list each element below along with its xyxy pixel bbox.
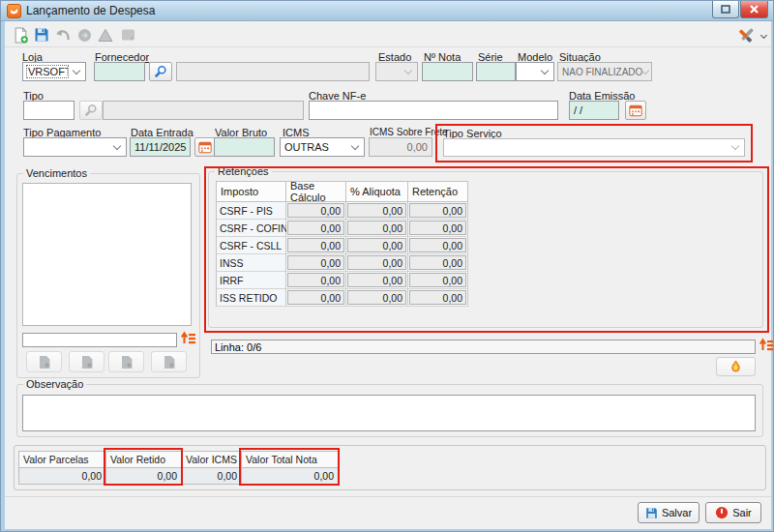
retencao-cell[interactable]: 0,00	[409, 273, 466, 287]
loja-select[interactable]: VRSOFTW...	[22, 62, 86, 81]
valor-parcelas-value: 0,00	[19, 468, 106, 485]
footer-separator	[5, 496, 771, 497]
icms-select[interactable]: OUTRAS	[280, 137, 365, 157]
estado-select[interactable]	[375, 62, 418, 81]
column-header[interactable]: Retenção	[408, 182, 468, 202]
icms-sobre-frete-label: ICMS Sobre Frete	[370, 127, 448, 137]
observacao-textarea[interactable]	[22, 395, 756, 431]
tipo-search-button[interactable]	[79, 101, 103, 120]
app-icon	[7, 4, 21, 18]
notes-icon-button[interactable]	[118, 25, 137, 44]
icms-sobre-frete-display: 0,00	[369, 137, 432, 157]
table-row-label[interactable]: ISS RETIDO	[217, 289, 286, 307]
retencao-cell[interactable]: 0,00	[409, 290, 466, 305]
situacao-select[interactable]: NAO FINALIZADO	[557, 62, 652, 81]
data-emissao-calendar-button[interactable]	[625, 101, 646, 120]
fornecedor-name-display	[176, 62, 370, 81]
expense-entry-window: Lançamento de Despesa	[0, 0, 774, 532]
column-header[interactable]: Base Cálculo	[286, 182, 346, 202]
aliquota-cell[interactable]: 0,00	[347, 221, 406, 235]
client-area: Loja VRSOFTW... Fornecedor Estado Nº Not…	[5, 21, 771, 529]
document-icon	[38, 355, 51, 369]
document-icon	[80, 355, 94, 369]
titlebar: Lançamento de Despesa	[1, 1, 773, 21]
valor-bruto-input[interactable]	[214, 137, 275, 157]
document-icon	[163, 355, 176, 369]
vencimento-action-button-1[interactable]	[26, 351, 62, 372]
vencimento-action-button-3[interactable]	[108, 351, 144, 372]
table-row-label[interactable]: INSS	[217, 254, 286, 272]
tools-button[interactable]	[732, 25, 758, 44]
toolbar	[5, 21, 771, 47]
tipo-code-input[interactable]	[23, 101, 74, 120]
data-entrada-calendar-button[interactable]	[194, 137, 216, 157]
calendar-icon	[198, 141, 212, 154]
vencimento-action-button-2[interactable]	[69, 351, 104, 372]
vencimentos-list[interactable]	[22, 183, 192, 326]
warning-icon-button[interactable]	[96, 25, 115, 44]
fornecedor-search-button[interactable]	[149, 62, 172, 81]
sair-button[interactable]: Sair	[705, 502, 761, 523]
restore-button[interactable]	[712, 1, 739, 18]
tipo-pagamento-select[interactable]	[23, 137, 127, 157]
save-toolbar-button[interactable]	[32, 25, 51, 44]
chave-nfe-input[interactable]	[309, 101, 558, 120]
base-calculo-cell[interactable]: 0,00	[287, 290, 344, 305]
modelo-select[interactable]	[516, 62, 554, 81]
circle-icon-button[interactable]	[74, 25, 94, 44]
aliquota-cell[interactable]: 0,00	[347, 238, 406, 252]
aliquota-cell[interactable]: 0,00	[347, 255, 406, 270]
base-calculo-cell[interactable]: 0,00	[287, 238, 344, 252]
table-row-label[interactable]: CSRF - PIS	[217, 202, 286, 220]
base-calculo-cell[interactable]: 0,00	[287, 203, 344, 218]
base-calculo-cell[interactable]: 0,00	[287, 255, 344, 270]
undo-button[interactable]	[53, 25, 73, 44]
loja-value: VRSOFTW...	[27, 66, 68, 77]
base-calculo-cell[interactable]: 0,00	[287, 273, 344, 287]
valor-retido-value: 0,00	[106, 468, 182, 485]
new-document-button[interactable]	[11, 25, 30, 44]
close-button[interactable]	[740, 1, 768, 18]
search-icon	[154, 65, 167, 78]
salvar-button[interactable]: Salvar	[638, 502, 700, 523]
table-row-label[interactable]: CSRF - COFINS	[217, 220, 286, 237]
tipo-name-display	[103, 101, 304, 120]
retencoes-table: Imposto Base Cálculo % Aliquota Retenção…	[216, 181, 468, 307]
aliquota-cell[interactable]: 0,00	[347, 203, 406, 218]
vencimentos-sort-list-icon[interactable]	[180, 330, 196, 346]
column-header[interactable]: Imposto	[217, 182, 286, 202]
retencao-cell[interactable]: 0,00	[409, 238, 466, 252]
linha-status: Linha: 0/6	[211, 340, 756, 354]
fornecedor-code-input[interactable]	[94, 62, 145, 81]
tools-dropdown-arrow[interactable]	[758, 25, 769, 44]
document-icon	[120, 355, 134, 369]
flame-button[interactable]	[716, 357, 756, 376]
data-emissao-input[interactable]: / /	[569, 101, 619, 120]
retencoes-sort-list-icon[interactable]	[759, 337, 774, 353]
base-calculo-cell[interactable]: 0,00	[287, 221, 344, 235]
calendar-icon	[629, 104, 642, 117]
totais-table: Valor Parcelas Valor Retido Valor ICMS V…	[18, 451, 339, 485]
n-nota-input[interactable]	[422, 62, 473, 81]
data-entrada-input[interactable]: 11/11/2025	[130, 137, 191, 157]
vencimentos-filter-input[interactable]	[22, 333, 177, 347]
tipo-servico-select[interactable]	[443, 138, 745, 157]
aliquota-cell[interactable]: 0,00	[347, 273, 406, 287]
retencao-cell[interactable]: 0,00	[409, 203, 466, 218]
observacao-label: Observação	[23, 378, 86, 390]
search-disabled-icon	[84, 103, 98, 117]
chevron-down-icon	[759, 31, 766, 38]
valor-total-nota-label: Valor Total Nota	[242, 452, 339, 468]
column-header[interactable]: % Aliquota	[346, 182, 408, 202]
table-row-label[interactable]: IRRF	[217, 272, 286, 289]
retencao-cell[interactable]: 0,00	[409, 255, 466, 270]
table-row-label[interactable]: CSRF - CSLL	[217, 237, 286, 254]
close-icon	[750, 5, 759, 14]
vencimento-action-button-4[interactable]	[151, 351, 187, 372]
serie-input[interactable]	[476, 62, 516, 81]
valor-total-nota-value: 0,00	[242, 468, 339, 485]
save-icon	[645, 507, 658, 519]
aliquota-cell[interactable]: 0,00	[347, 290, 406, 305]
valor-retido-label: Valor Retido	[106, 452, 182, 468]
retencao-cell[interactable]: 0,00	[409, 221, 466, 235]
